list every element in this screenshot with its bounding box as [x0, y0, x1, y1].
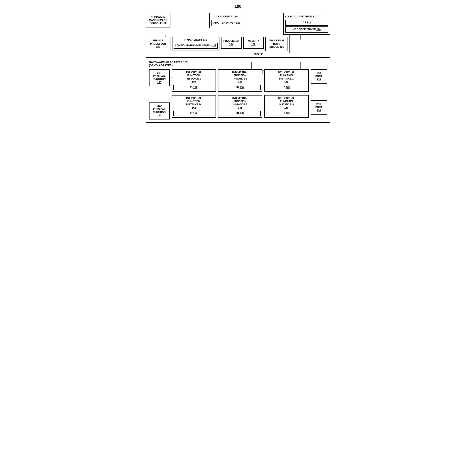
- hypervisor-box: HYPERVISOR 116 CONFIGURATION MECHANISM 1…: [172, 37, 219, 50]
- diagram-title: 100: [146, 4, 330, 9]
- vf-2nd-inst1-box: 2ND VIRTUAL FUNCTION INSTANCE 1 144 ID 1…: [218, 69, 262, 92]
- vf-grid: 1ST VIRTUAL FUNCTION INSTANCE 1 140 ID 1…: [172, 69, 309, 118]
- adapter-driver-box: ADAPTER DRIVER 128: [211, 20, 242, 26]
- logical-partition-box: LOGICAL PARTITION 110 OS 112 VF DEVICE D…: [283, 13, 330, 35]
- vf-nth-inst1-box: NTH VIRTUAL FUNCTION INSTANCE 1 148 ID 1…: [264, 69, 309, 92]
- service-processor-ref: 122: [156, 46, 160, 48]
- port-1st-box: 1ST PORT 134: [311, 69, 327, 84]
- ports-col: 1ST PORT 134 2ND PORT 136: [311, 69, 327, 115]
- hw-adapter-title: HARDWARE I/O ADAPTER 102 (SRIOV ADAPTER): [149, 61, 327, 67]
- hardware-mgmt-console-box: HARDWARE MANAGEMENT CONSOLE 120: [146, 13, 170, 27]
- vf-nth-instQ-id: ID 162: [266, 111, 307, 116]
- vf-1st-inst1-box: 1ST VIRTUAL FUNCTION INSTANCE 1 140 ID 1…: [172, 69, 216, 92]
- vf-device-driver-box: VF DEVICE DRIVER 114: [285, 26, 328, 32]
- memory-box: MEMORY 108: [243, 37, 264, 49]
- vf-1st-inst1-id: ID 152: [173, 85, 214, 90]
- pf-adjunct-box: PF ADJUNCT 124 ADAPTER DRIVER 128: [209, 13, 244, 28]
- service-processor-label: SERVICE PROCESSOR: [150, 39, 166, 45]
- adapter-inner: 1ST PHYSICAL FUNCTION 130 – 2ND PHYSICAL…: [149, 69, 327, 120]
- vf-row-2: 1ST VIRTUAL FUNCTION INSTANCE M 142 ID 1…: [172, 95, 309, 118]
- hw-adapter-section: HARDWARE I/O ADAPTER 102 (SRIOV ADAPTER)…: [146, 57, 330, 123]
- vf-2nd-instP-box: 2ND VIRTUAL FUNCTION INSTANCE P 146 ID 1…: [218, 95, 262, 118]
- vf-row-1: 1ST VIRTUAL FUNCTION INSTANCE 1 140 ID 1…: [172, 69, 309, 92]
- vf-nth-instQ-box: NTH VIRTUAL FUNCTION INSTANCE Q 150 ID 1…: [264, 95, 309, 118]
- hardware-mgmt-console-ref: 120: [162, 22, 167, 24]
- hypervisor-label: HYPERVISOR 116: [174, 38, 218, 42]
- vf-2nd-inst1-id: ID 156: [220, 85, 261, 90]
- processor-host-bridge-box: PROCESSOR HOST BRIDGE 106: [265, 37, 288, 51]
- processor-box: PROCESSOR 104: [221, 37, 242, 49]
- vf-1st-instM-box: 1ST VIRTUAL FUNCTION INSTANCE M 142 ID 1…: [172, 95, 216, 118]
- os-box: OS 112: [285, 20, 328, 26]
- vf-2nd-instP-id: ID 158: [220, 111, 261, 116]
- phys-func-2nd-box: 2ND PHYSICAL FUNCTION 132: [149, 103, 170, 119]
- diagram-container: 100: [146, 4, 330, 123]
- service-processor-box: SERVICE PROCESSOR 122: [146, 37, 170, 51]
- vf-1st-instM-id: ID 154: [173, 111, 214, 116]
- port-2nd-box: 2ND PORT 136: [311, 100, 327, 115]
- vf-nth-inst1-id: ID 160: [266, 85, 307, 90]
- phys-func-1st-box: 1ST PHYSICAL FUNCTION 130 –: [149, 69, 170, 86]
- phys-functions-col: 1ST PHYSICAL FUNCTION 130 – 2ND PHYSICAL…: [149, 69, 170, 120]
- pf-adjunct-label: PF ADJUNCT 124: [211, 15, 242, 18]
- config-mechanism-box: CONFIGURATION MECHANISM 118: [174, 43, 218, 49]
- top-diagram: HARDWARE MANAGEMENT CONSOLE 120 PF ADJUN…: [146, 13, 330, 56]
- bus-label: BUS 111: [187, 53, 330, 56]
- logical-partition-label: LOGICAL PARTITION 110: [285, 15, 328, 18]
